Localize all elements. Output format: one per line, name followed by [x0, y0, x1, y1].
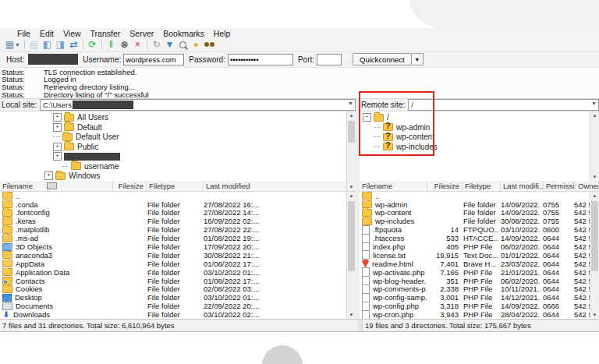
- reconnect-button[interactable]: ↻: [150, 39, 163, 51]
- local-list-scrollbar[interactable]: ▲▼: [346, 192, 356, 319]
- table-row[interactable]: wp-adminFile folder14/09/2022...0755542 …: [360, 200, 590, 209]
- tree-item-wp-content[interactable]: wp-content: [360, 133, 590, 143]
- tree-item-wp-admin[interactable]: wp-admin: [360, 122, 590, 133]
- menu-item-server[interactable]: Server: [125, 29, 158, 38]
- scroll-up-icon[interactable]: ▲: [590, 111, 599, 119]
- tree-item-redacted[interactable]: +: [0, 152, 346, 162]
- menu-item-view[interactable]: View: [58, 29, 86, 38]
- table-row[interactable]: wp-contentFile folder14/09/2022...075554…: [360, 209, 590, 217]
- port-input[interactable]: [317, 54, 342, 65]
- table-row[interactable]: wp-config-samp...3,001PHP File14/12/2021…: [360, 293, 590, 302]
- table-row[interactable]: ..: [360, 192, 590, 200]
- scrollbar-thumb[interactable]: [348, 121, 355, 143]
- synchronized-browsing-button[interactable]: ●: [190, 39, 203, 51]
- remote-list-scrollbar[interactable]: ▲▼: [590, 192, 599, 319]
- remote-tree-scrollbar[interactable]: ▲ ▼: [590, 111, 599, 181]
- table-row[interactable]: DocumentsFile folder22/09/2022 20:...: [0, 302, 346, 310]
- expand-plus-icon[interactable]: +: [44, 171, 53, 180]
- column-header-owner[interactable]: Owner/Gr...: [576, 181, 599, 191]
- password-input[interactable]: [228, 54, 293, 65]
- menu-item-edit[interactable]: Edit: [35, 29, 58, 38]
- process-queue-button[interactable]: ‖: [105, 39, 118, 51]
- local-tree-scrollbar[interactable]: ▲ ▼: [346, 111, 356, 191]
- table-row[interactable]: CookiesFile folder02/08/2022 03:...: [0, 285, 346, 294]
- filter-button[interactable]: ▼: [163, 39, 176, 51]
- table-row[interactable]: .ftpquota14FTPQUO...03/10/2022...0600542…: [360, 225, 590, 234]
- menu-item-transfer[interactable]: Transfer: [86, 29, 126, 38]
- table-row[interactable]: index.php405PHP File06/02/2020...0644542…: [360, 242, 590, 251]
- scrollbar-thumb[interactable]: [348, 201, 355, 271]
- scrollbar-thumb[interactable]: [591, 201, 598, 271]
- local-site-combobox[interactable]: C:\Users ▼: [40, 99, 356, 111]
- menu-item-help[interactable]: Help: [209, 29, 236, 38]
- tree-item-wp-includes[interactable]: wp-includes: [360, 142, 590, 152]
- find-files-button[interactable]: [203, 39, 216, 51]
- expand-plus-icon[interactable]: +: [53, 152, 62, 161]
- quickconnect-dropdown-button[interactable]: ▼: [412, 53, 424, 65]
- table-row[interactable]: ..: [0, 192, 346, 200]
- username-input[interactable]: [123, 54, 184, 65]
- refresh-button[interactable]: ⟳: [86, 39, 99, 51]
- toggle-message-log-button[interactable]: ▤: [27, 39, 41, 51]
- disconnect-button[interactable]: ×: [131, 39, 144, 51]
- tree-item-all-users[interactable]: +All Users: [0, 113, 346, 123]
- column-header-size[interactable]: Filesize: [113, 181, 147, 191]
- column-header-perm[interactable]: Permissi...: [544, 181, 576, 191]
- scroll-up-icon[interactable]: ▲: [347, 192, 356, 200]
- quickconnect-button[interactable]: Quickconnect: [353, 53, 412, 65]
- scroll-down-icon[interactable]: ▼: [347, 311, 356, 319]
- scroll-up-icon[interactable]: ▲: [347, 111, 356, 119]
- table-row[interactable]: .kerasFile folder16/09/2022 02:...: [0, 217, 346, 225]
- chevron-down-icon[interactable]: ▼: [348, 101, 353, 106]
- table-row[interactable]: .fontconfigFile folder27/08/2022 14:...: [0, 209, 346, 217]
- table-row[interactable]: 3D ObjectsFile folder17/09/2022 20:...: [0, 242, 346, 251]
- toggle-remote-tree-button[interactable]: ◨: [54, 39, 67, 51]
- expand-plus-icon[interactable]: +: [53, 123, 62, 132]
- menu-item-bookmarks[interactable]: Bookmarks: [158, 29, 209, 38]
- toggle-transfer-queue-button[interactable]: ⇄: [67, 39, 80, 51]
- expand-plus-icon[interactable]: +: [53, 113, 62, 122]
- table-row[interactable]: .matplotlibFile folder27/08/2022 22:...: [0, 225, 346, 234]
- chevron-down-icon[interactable]: ▼: [591, 101, 597, 106]
- table-row[interactable]: anaconda3File folder30/08/2022 21:...: [0, 251, 346, 260]
- column-header-modified[interactable]: Last modified: [204, 181, 356, 191]
- toggle-local-tree-button[interactable]: ◧: [41, 39, 54, 51]
- table-row[interactable]: .condaFile folder27/08/2022 16:...: [0, 200, 346, 209]
- expand-plus-icon[interactable]: +: [53, 143, 62, 151]
- table-row[interactable]: wp-includesFile folder30/08/2022...07555…: [360, 217, 590, 225]
- column-header-type[interactable]: Filetype: [147, 181, 204, 191]
- tree-item-default-user[interactable]: Default User: [0, 133, 346, 143]
- table-row[interactable]: wp-cron.php3,943PHP File28/04/2022...064…: [360, 310, 590, 319]
- table-row[interactable]: ⬇DownloadsFile folder03/10/2022 02:...: [0, 310, 346, 319]
- scroll-down-icon[interactable]: ▼: [347, 183, 356, 191]
- remote-site-combobox[interactable]: / ▼: [408, 99, 599, 111]
- table-row[interactable]: wp-activate.php7,165PHP File21/01/2021..…: [360, 268, 590, 277]
- column-header-size[interactable]: Filesize: [427, 181, 463, 191]
- column-header-type[interactable]: Filetype: [463, 181, 501, 191]
- table-row[interactable]: readme.html7,401Brave H...23/03/2022...0…: [360, 260, 590, 268]
- table-row[interactable]: wp-config.php3,318PHP File14/09/2022...0…: [360, 302, 590, 310]
- table-row[interactable]: AppDataFile folder01/08/2022 17:...: [0, 260, 346, 268]
- cancel-button[interactable]: ⊗: [118, 39, 131, 51]
- table-row[interactable]: DesktopFile folder03/10/2022 01:...: [0, 293, 346, 302]
- column-header-modified[interactable]: Last modifi...: [501, 181, 544, 191]
- tree-item-public[interactable]: +Public: [0, 142, 346, 152]
- scroll-up-icon[interactable]: ▲: [590, 192, 599, 200]
- table-row[interactable]: license.txt19,915Text Doc...01/01/2022..…: [360, 251, 590, 260]
- tree-item-default[interactable]: +Default: [0, 122, 346, 133]
- column-header-name[interactable]: Filename: [360, 181, 427, 191]
- scroll-down-icon[interactable]: ▼: [590, 173, 599, 181]
- table-row[interactable]: wp-blog-header...351PHP File06/02/2020..…: [360, 277, 590, 285]
- menu-item-file[interactable]: File: [12, 29, 35, 38]
- tree-item--[interactable]: −/: [360, 113, 590, 123]
- tree-item-username[interactable]: username: [0, 161, 346, 171]
- tree-item-windows[interactable]: +Windows: [0, 171, 346, 182]
- table-row[interactable]: .htaccess533HTACCE...14/09/2022...064454…: [360, 234, 590, 242]
- collapse-minus-icon[interactable]: −: [363, 113, 371, 122]
- scroll-down-icon[interactable]: ▼: [590, 311, 599, 319]
- table-row[interactable]: Application DataFile folder03/10/2022 01…: [0, 268, 346, 277]
- directory-comparison-button[interactable]: [176, 39, 190, 51]
- table-row[interactable]: ContactsFile folder01/08/2022 17:...: [0, 277, 346, 285]
- host-input[interactable]: [28, 54, 78, 65]
- table-row[interactable]: .ms-adFile folder01/08/2022 19:...: [0, 234, 346, 242]
